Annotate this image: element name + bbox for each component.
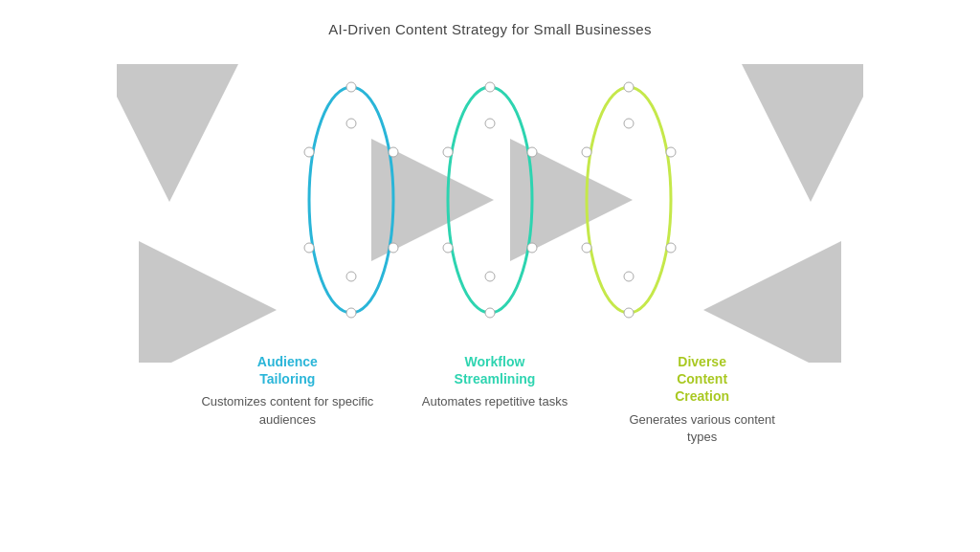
svg-point-19 xyxy=(485,272,495,281)
audience-tailoring-desc: Customizes content for specific audience… xyxy=(201,393,373,428)
svg-point-14 xyxy=(443,147,453,157)
svg-point-21 xyxy=(624,82,634,92)
svg-point-23 xyxy=(582,147,591,157)
dot-grid xyxy=(179,55,811,332)
label-diverse-content-creation: DiverseContentCreation Generates various… xyxy=(616,353,789,446)
labels-row: AudienceTailoring Customizes content for… xyxy=(165,353,815,446)
main-container: AI-Driven Content Strategy for Small Bus… xyxy=(0,0,980,552)
diverse-content-creation-desc: Generates various content types xyxy=(616,411,789,446)
svg-point-3 xyxy=(346,82,356,92)
svg-point-27 xyxy=(624,119,634,128)
svg-point-12 xyxy=(485,82,495,92)
svg-point-4 xyxy=(346,308,356,318)
diagram-area xyxy=(117,37,863,363)
svg-point-6 xyxy=(304,243,314,253)
svg-point-22 xyxy=(624,308,634,318)
svg-rect-1 xyxy=(179,55,811,332)
svg-point-25 xyxy=(666,147,676,157)
svg-point-8 xyxy=(389,243,398,253)
label-audience-tailoring: AudienceTailoring Customizes content for… xyxy=(201,353,373,446)
svg-point-10 xyxy=(346,272,356,281)
svg-point-7 xyxy=(389,147,398,157)
svg-point-26 xyxy=(666,243,676,253)
svg-point-15 xyxy=(443,243,453,253)
page-title: AI-Driven Content Strategy for Small Bus… xyxy=(328,21,652,37)
svg-point-13 xyxy=(485,308,495,318)
svg-point-17 xyxy=(527,243,537,253)
svg-point-9 xyxy=(346,119,356,128)
svg-point-18 xyxy=(485,119,495,128)
svg-point-24 xyxy=(582,243,591,253)
svg-point-28 xyxy=(624,272,634,281)
svg-point-16 xyxy=(527,147,537,157)
label-workflow-streamlining: WorkflowStreamlining Automates repetitiv… xyxy=(409,353,581,446)
svg-point-5 xyxy=(304,147,314,157)
workflow-streamlining-desc: Automates repetitive tasks xyxy=(422,393,568,410)
